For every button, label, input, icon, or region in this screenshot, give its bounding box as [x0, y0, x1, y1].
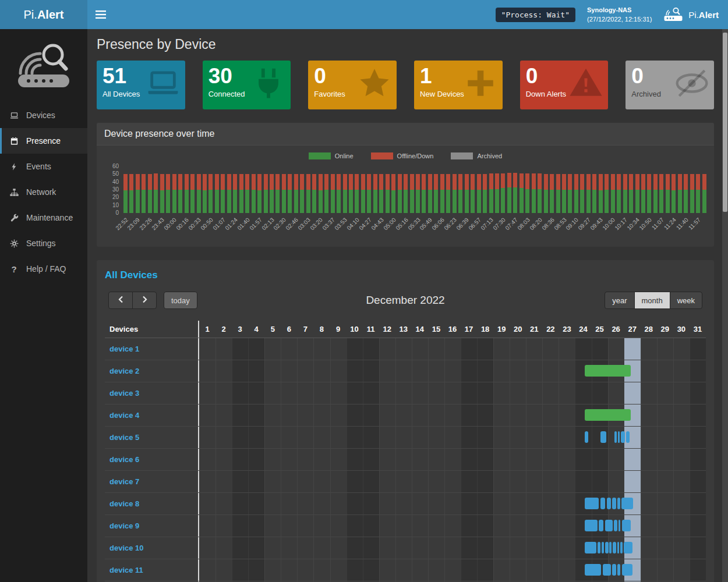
presence-event[interactable] — [626, 431, 630, 443]
presence-event[interactable] — [617, 498, 620, 509]
presence-event[interactable] — [585, 542, 596, 553]
presence-event[interactable] — [617, 542, 620, 553]
presence-event[interactable] — [612, 498, 616, 509]
brand-logo[interactable]: Pi.Alert — [0, 0, 87, 29]
plus-icon — [464, 66, 497, 100]
presence-event[interactable] — [600, 431, 606, 443]
device-link[interactable]: device 7 — [109, 477, 139, 486]
star-icon — [358, 66, 391, 100]
day-header-10: 10 — [347, 321, 363, 338]
presence-event[interactable] — [585, 564, 601, 576]
calendar-day-cell — [493, 338, 510, 360]
presence-event[interactable] — [585, 520, 598, 531]
device-link[interactable]: device 10 — [109, 544, 144, 552]
presence-event[interactable] — [605, 520, 613, 531]
presence-event[interactable] — [600, 498, 605, 509]
presence-event[interactable] — [609, 542, 612, 553]
presence-event[interactable] — [613, 542, 616, 553]
presence-event[interactable] — [598, 542, 600, 553]
calendar-day-cell — [477, 382, 493, 404]
presence-event[interactable] — [585, 498, 599, 509]
presence-event[interactable] — [599, 520, 603, 531]
calendar-day-cell — [559, 427, 575, 448]
calendar-day-cell — [673, 493, 690, 514]
presence-event[interactable] — [612, 564, 617, 576]
presence-event[interactable] — [614, 431, 617, 443]
presence-event[interactable] — [619, 520, 621, 531]
navbar-app-link[interactable]: Pi.Alert — [663, 7, 719, 22]
sidebar-item-events[interactable]: Events — [0, 154, 87, 179]
presence-event[interactable] — [620, 542, 623, 553]
calendar-day-cell — [673, 404, 690, 426]
sidebar-toggle-button[interactable] — [87, 0, 114, 29]
presence-event[interactable] — [607, 498, 611, 509]
sidebar-item-maintenance[interactable]: Maintenance — [0, 205, 87, 230]
sidebar-item-network[interactable]: Network — [0, 179, 87, 205]
device-link[interactable]: device 5 — [109, 433, 139, 442]
presence-event[interactable] — [621, 498, 633, 509]
presence-event[interactable] — [602, 542, 604, 553]
presence-event[interactable] — [585, 409, 631, 421]
presence-event[interactable] — [617, 564, 620, 576]
chart-bar — [483, 174, 487, 213]
calendar-day-cell — [313, 404, 330, 426]
calendar-day-cell — [297, 449, 313, 470]
calendar-day-cell — [199, 559, 215, 581]
calendar-view-year-button[interactable]: year — [605, 292, 634, 309]
presence-event[interactable] — [585, 365, 631, 377]
summary-box-connected[interactable]: 30Connected — [203, 61, 291, 109]
chart-bar — [562, 174, 566, 213]
day-header-28: 28 — [641, 321, 657, 338]
chart-legend: OnlineOffline/DownArchived — [105, 152, 706, 159]
calendar-day-cell — [199, 537, 215, 559]
device-link[interactable]: device 4 — [109, 411, 139, 420]
calendar-day-cell — [297, 360, 313, 382]
presence-event[interactable] — [603, 564, 610, 576]
calendar-day-cell — [477, 515, 493, 537]
presence-event[interactable] — [585, 431, 588, 443]
sidebar-item-help-faq[interactable]: ?Help / FAQ — [0, 256, 87, 282]
device-link[interactable]: device 1 — [109, 345, 139, 353]
device-link[interactable]: device 2 — [109, 367, 139, 375]
presence-event[interactable] — [624, 542, 632, 553]
summary-box-all-devices[interactable]: 51All Devices — [97, 61, 185, 109]
chart-bar — [629, 174, 633, 213]
presence-event[interactable] — [622, 520, 631, 531]
chart-bar — [233, 174, 237, 213]
chart-bar — [227, 174, 231, 213]
laptop-icon — [146, 66, 180, 100]
device-row: device 6 — [105, 449, 706, 471]
chart-bar — [312, 174, 316, 213]
sidebar-item-devices[interactable]: Devices — [0, 102, 87, 128]
device-link[interactable]: device 3 — [109, 389, 139, 398]
device-link[interactable]: device 8 — [109, 499, 139, 508]
page-scrollbar-thumb[interactable] — [723, 33, 727, 212]
device-link[interactable]: device 9 — [109, 521, 139, 530]
presence-event[interactable] — [621, 431, 625, 443]
calendar-day-cell — [641, 382, 657, 404]
summary-box-new-devices[interactable]: 1New Devices — [414, 61, 503, 109]
sidebar-item-settings[interactable]: Settings — [0, 230, 87, 256]
chart-bar — [398, 174, 402, 213]
presence-event[interactable] — [622, 564, 632, 576]
calendar-view-week-button[interactable]: week — [670, 292, 702, 309]
sidebar-item-presence[interactable]: Presence — [0, 128, 87, 154]
summary-box-archived[interactable]: 0Archived — [625, 61, 714, 109]
calendar-day-cell — [477, 449, 493, 470]
calendar-day-cell — [264, 427, 281, 448]
calendar-day-cell — [395, 559, 412, 581]
chart-bar — [416, 174, 420, 213]
presence-event[interactable] — [605, 542, 609, 553]
summary-box-down-alerts[interactable]: 0Down Alerts — [520, 61, 609, 109]
calendar-day-cell — [313, 449, 330, 470]
device-link[interactable]: device 11 — [109, 566, 143, 574]
presence-event[interactable] — [618, 431, 620, 443]
summary-box-favorites[interactable]: 0Favorites — [308, 61, 397, 109]
calendar-day-cell — [428, 338, 444, 360]
device-link[interactable]: device 6 — [109, 455, 139, 464]
calendar-day-cell — [215, 515, 232, 537]
presence-event[interactable] — [614, 520, 617, 531]
chart-bar — [373, 174, 377, 213]
calendar-view-month-button[interactable]: month — [634, 292, 670, 309]
chart-bar — [148, 174, 152, 213]
